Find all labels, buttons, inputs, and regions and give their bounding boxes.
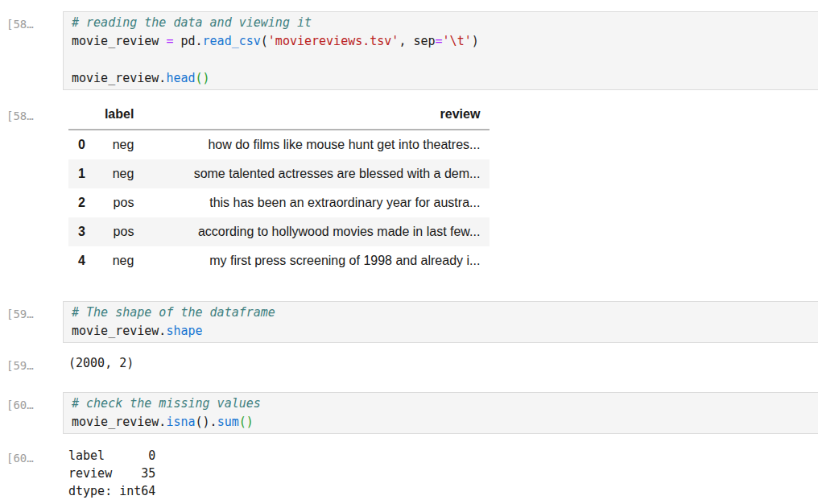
- shape-output: (2000, 2): [63, 353, 818, 373]
- code-cell-2: [59… # The shape of the dataframemovie_r…: [0, 301, 818, 343]
- code-input-3[interactable]: # check the missing valuesmovie_review.i…: [63, 392, 818, 434]
- isna-sum-output: label 0 review 35 dtype: int64: [63, 445, 818, 500]
- output-row-1: [58… labelreview0neghow do films like mo…: [0, 103, 818, 275]
- isna-sum-output-text: label 0 review 35 dtype: int64: [68, 445, 818, 500]
- output-row-2: [59… (2000, 2): [0, 353, 818, 373]
- table-cell: some talented actresses are blessed with…: [143, 159, 490, 188]
- execution-count-output-2: [59…: [0, 353, 63, 373]
- row-index: 1: [68, 159, 95, 188]
- execution-count-output-1: [58…: [0, 103, 63, 275]
- notebook: [58… # reading the data and viewing itmo…: [0, 0, 818, 500]
- row-index: 4: [68, 246, 95, 275]
- table-header-row: labelreview: [68, 103, 490, 130]
- dataframe-output: labelreview0neghow do films like mouse h…: [63, 103, 818, 275]
- dataframe-table: labelreview0neghow do films like mouse h…: [68, 103, 490, 275]
- table-cell: how do films like mouse hunt get into th…: [143, 130, 490, 159]
- shape-output-text: (2000, 2): [68, 353, 818, 372]
- table-cell: pos: [95, 217, 143, 246]
- column-header: review: [143, 103, 490, 130]
- execution-count-input-2: [59…: [0, 301, 63, 343]
- row-index: 2: [68, 188, 95, 217]
- table-row: 0neghow do films like mouse hunt get int…: [68, 130, 490, 159]
- execution-count-output-3: [60…: [0, 445, 63, 500]
- table-cell: according to hollywood movies made in la…: [143, 217, 490, 246]
- code-line: movie_review.isna().sum(): [72, 413, 810, 432]
- table-row: 3posaccording to hollywood movies made i…: [68, 217, 490, 246]
- code-input-1[interactable]: # reading the data and viewing itmovie_r…: [63, 11, 818, 90]
- code-line: # The shape of the dataframe: [72, 304, 810, 322]
- code-line: # reading the data and viewing it: [72, 14, 810, 32]
- code-line: movie_review.shape: [72, 322, 810, 341]
- code-line: movie_review = pd.read_csv('moviereviews…: [72, 32, 810, 51]
- table-cell: this has been an extraordinary year for …: [143, 188, 490, 217]
- execution-count-input-3: [60…: [0, 392, 63, 434]
- table-cell: neg: [95, 159, 143, 188]
- table-cell: my first press screening of 1998 and alr…: [143, 246, 490, 275]
- table-cell: neg: [95, 246, 143, 275]
- column-header: [68, 103, 95, 130]
- code-cell-3: [60… # check the missing valuesmovie_rev…: [0, 392, 818, 434]
- code-line: # check the missing values: [72, 395, 810, 413]
- code-cell-1: [58… # reading the data and viewing itmo…: [0, 11, 818, 90]
- code-line: movie_review.head(): [72, 69, 810, 88]
- code-input-2[interactable]: # The shape of the dataframemovie_review…: [63, 301, 818, 343]
- output-row-3: [60… label 0 review 35 dtype: int64: [0, 445, 818, 500]
- table-cell: neg: [95, 130, 143, 159]
- table-row: 1negsome talented actresses are blessed …: [68, 159, 490, 188]
- row-index: 3: [68, 217, 95, 246]
- execution-count-input-1: [58…: [0, 11, 63, 90]
- table-cell: pos: [95, 188, 143, 217]
- table-row: 4negmy first press screening of 1998 and…: [68, 246, 490, 275]
- code-line: [72, 51, 810, 69]
- column-header: label: [95, 103, 143, 130]
- row-index: 0: [68, 130, 95, 159]
- table-row: 2posthis has been an extraordinary year …: [68, 188, 490, 217]
